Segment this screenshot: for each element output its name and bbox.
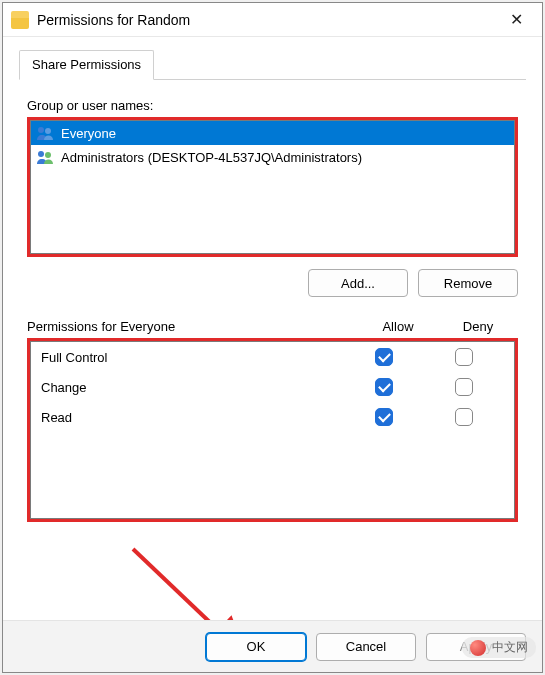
allow-checkbox[interactable] — [375, 348, 393, 366]
deny-checkbox[interactable] — [455, 378, 473, 396]
dialog-footer: OK Cancel Apply 中文网 — [3, 620, 542, 672]
watermark: 中文网 — [462, 637, 536, 658]
tab-label: Share Permissions — [32, 57, 141, 72]
ok-button[interactable]: OK — [206, 633, 306, 661]
permission-name: Full Control — [41, 350, 344, 365]
close-button[interactable]: ✕ — [494, 5, 538, 35]
tab-strip: Share Permissions — [19, 49, 526, 80]
user-row-everyone[interactable]: Everyone — [31, 121, 514, 145]
dialog-body: Share Permissions Group or user names: — [3, 37, 542, 620]
permission-row-full-control: Full Control — [31, 342, 514, 372]
user-row-administrators[interactable]: Administrators (DESKTOP-4L537JQ\Administ… — [31, 145, 514, 169]
close-icon: ✕ — [510, 10, 523, 29]
allow-column-header: Allow — [358, 319, 438, 334]
permissions-dialog: Permissions for Random ✕ Share Permissio… — [2, 2, 543, 673]
window-title: Permissions for Random — [37, 12, 494, 28]
svg-point-0 — [38, 127, 44, 133]
permission-row-change: Change — [31, 372, 514, 402]
watermark-text: 中文网 — [492, 639, 528, 656]
folder-icon — [11, 11, 29, 29]
user-list[interactable]: Everyone Administrators (DESKTOP-4L537JQ… — [30, 120, 515, 254]
tab-share-permissions[interactable]: Share Permissions — [19, 50, 154, 80]
add-button[interactable]: Add... — [308, 269, 408, 297]
titlebar: Permissions for Random ✕ — [3, 3, 542, 37]
group-icon — [35, 125, 55, 141]
permission-name: Read — [41, 410, 344, 425]
svg-point-3 — [45, 152, 51, 158]
user-buttons-row: Add... Remove — [27, 269, 518, 297]
svg-point-1 — [45, 128, 51, 134]
remove-button[interactable]: Remove — [418, 269, 518, 297]
annotation-highlight-permissions: Full Control Change Read — [27, 338, 518, 522]
allow-checkbox[interactable] — [375, 408, 393, 426]
svg-point-2 — [38, 151, 44, 157]
permissions-for-label: Permissions for Everyone — [27, 319, 358, 334]
tab-content: Group or user names: Everyone — [19, 80, 526, 530]
group-icon — [35, 149, 55, 165]
watermark-logo-icon — [470, 640, 486, 656]
group-user-label: Group or user names: — [27, 98, 518, 113]
user-name: Administrators (DESKTOP-4L537JQ\Administ… — [61, 150, 362, 165]
permissions-table: Full Control Change Read — [30, 341, 515, 519]
deny-checkbox[interactable] — [455, 408, 473, 426]
deny-checkbox[interactable] — [455, 348, 473, 366]
user-name: Everyone — [61, 126, 116, 141]
cancel-button[interactable]: Cancel — [316, 633, 416, 661]
deny-column-header: Deny — [438, 319, 518, 334]
permission-name: Change — [41, 380, 344, 395]
permissions-header: Permissions for Everyone Allow Deny — [27, 319, 518, 334]
permission-row-read: Read — [31, 402, 514, 432]
annotation-highlight-users: Everyone Administrators (DESKTOP-4L537JQ… — [27, 117, 518, 257]
allow-checkbox[interactable] — [375, 378, 393, 396]
